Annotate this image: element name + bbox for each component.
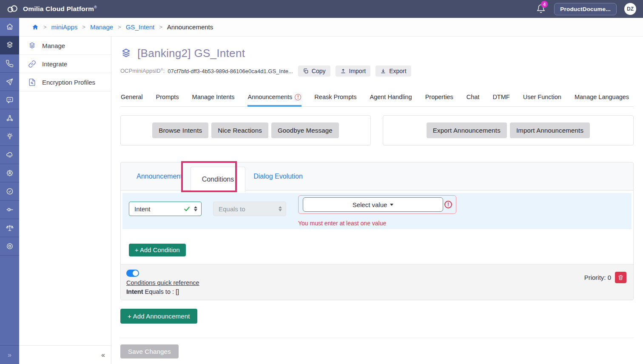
copy-button[interactable]: Copy xyxy=(298,65,330,77)
tab-reask-prompts[interactable]: Reask Prompts xyxy=(314,91,357,107)
condition-value-group: Select value ! xyxy=(298,195,456,214)
page-title: [Banking2] GS_Intent xyxy=(137,47,245,60)
browse-intents-button[interactable]: Browse Intents xyxy=(152,122,208,138)
select-spinner-icon xyxy=(194,206,197,211)
subtab-conditions[interactable]: Conditions xyxy=(191,167,246,192)
breadcrumb-separator: > xyxy=(159,24,162,30)
breadcrumb-current: Announcements xyxy=(167,23,213,31)
condition-field-select[interactable]: Intent xyxy=(129,202,202,216)
brand: Omilia Cloud Platform® xyxy=(6,4,97,14)
quick-reference-toggle[interactable] xyxy=(126,270,139,277)
secondary-sidebar: Manage Integrate Encryption Profiles « xyxy=(19,37,111,364)
tab-properties[interactable]: Properties xyxy=(425,91,454,107)
tab-manage-languages[interactable]: Manage Languages xyxy=(574,91,629,107)
priority-label: Priority: 0 xyxy=(584,272,611,283)
rail-home-icon[interactable] xyxy=(0,18,19,36)
sidebar-item-label: Integrate xyxy=(42,60,67,68)
tab-dtmf[interactable]: DTMF xyxy=(492,91,510,107)
add-announcement-button[interactable]: + Add Announcement xyxy=(120,309,197,324)
add-condition-button[interactable]: + Add Condition xyxy=(129,244,186,256)
tab-general[interactable]: General xyxy=(120,91,143,107)
registered-mark: ® xyxy=(94,5,97,9)
trash-icon xyxy=(617,274,624,281)
icon-rail: » xyxy=(0,18,19,364)
rail-send-icon[interactable] xyxy=(0,73,19,91)
announcement-panel: Announcement Conditions Dialog Evolution… xyxy=(120,162,634,300)
condition-row: Intent Equals to xyxy=(122,193,632,229)
divider xyxy=(120,338,634,338)
condition-summary-text: Intent Equals to : [] xyxy=(126,288,199,295)
notifications-bell-icon[interactable]: 4 xyxy=(536,4,546,14)
tab-agent-handling[interactable]: Agent Handling xyxy=(369,91,412,107)
breadcrumb-separator: > xyxy=(43,24,47,30)
conditions-quick-reference-link[interactable]: Conditions quick reference xyxy=(126,279,199,286)
condition-operator-select[interactable]: Equals to xyxy=(213,202,286,216)
subtab-bar: Announcement Conditions Dialog Evolution xyxy=(121,162,633,191)
rail-layers-icon[interactable] xyxy=(0,36,19,54)
sidebar-item-manage[interactable]: Manage xyxy=(19,37,111,55)
import-announcements-button[interactable]: Import Announcements xyxy=(510,122,590,138)
nice-reactions-button[interactable]: Nice Reactions xyxy=(211,122,268,138)
sidebar-collapse-chevrons[interactable]: « xyxy=(19,345,111,364)
select-spinner-icon xyxy=(279,206,282,211)
announcements-io-card: Export Announcements Import Announcement… xyxy=(383,115,634,145)
breadcrumb-home-icon[interactable] xyxy=(32,24,39,31)
select-value-dropdown[interactable]: Select value xyxy=(303,197,443,212)
link-icon xyxy=(28,60,36,68)
brand-name: Omilia Cloud Platform® xyxy=(23,5,97,13)
delete-announcement-button[interactable] xyxy=(615,272,626,283)
encryption-file-icon xyxy=(28,78,36,86)
breadcrumb-separator: > xyxy=(82,24,85,30)
omilia-logo-icon xyxy=(6,4,19,14)
rail-cloud-icon[interactable] xyxy=(0,146,19,164)
valid-check-icon xyxy=(183,205,191,213)
sidebar-item-label: Manage xyxy=(42,42,65,49)
export-announcements-button[interactable]: Export Announcements xyxy=(427,122,507,138)
subtab-dialog-evolution[interactable]: Dialog Evolution xyxy=(248,173,308,180)
sidebar-item-encryption-profiles[interactable]: Encryption Profiles xyxy=(19,73,111,91)
rail-scales-icon[interactable] xyxy=(0,219,19,237)
tab-error-indicator-icon: ! xyxy=(295,94,301,100)
rail-chat-icon[interactable] xyxy=(0,91,19,109)
rail-gear-user-icon[interactable] xyxy=(0,164,19,182)
tab-announcements-label: Announcements xyxy=(248,94,293,100)
miniapp-id-label: OCPminiAppsID®: xyxy=(120,68,165,74)
subtab-announcement[interactable]: Announcement xyxy=(131,173,188,180)
download-icon xyxy=(380,68,386,74)
main-content: [Banking2] GS_Intent OCPminiAppsID®: 07c… xyxy=(111,37,643,364)
tab-announcements[interactable]: Announcements ! xyxy=(248,91,302,107)
export-button[interactable]: Export xyxy=(376,65,411,77)
rail-target-icon[interactable] xyxy=(0,237,19,256)
rail-expand-chevrons[interactable]: » xyxy=(0,345,19,364)
goodbye-message-button[interactable]: Goodbye Message xyxy=(271,122,339,138)
notification-count-badge: 4 xyxy=(541,1,548,8)
miniapp-id-value: 07cf7bfd-dff3-4b53-989d-86106e0ca4d1.GS_… xyxy=(168,68,293,74)
tab-user-function[interactable]: User Function xyxy=(523,91,562,107)
tab-prompts[interactable]: Prompts xyxy=(156,91,179,107)
breadcrumb-gs-intent-link[interactable]: GS_Intent xyxy=(126,23,155,31)
condition-summary-bar: Conditions quick reference Intent Equals… xyxy=(121,264,633,300)
rail-badge-check-icon[interactable] xyxy=(0,182,19,201)
breadcrumb-manage-link[interactable]: Manage xyxy=(90,23,113,31)
import-button[interactable]: Import xyxy=(336,65,371,77)
org-switcher-button[interactable]: ProductDocume... xyxy=(554,3,617,15)
rail-phone-icon[interactable] xyxy=(0,54,19,73)
toggle-knob xyxy=(133,270,138,276)
rail-bulb-icon[interactable] xyxy=(0,128,19,146)
layers-icon xyxy=(28,42,36,50)
breadcrumb-miniapps-link[interactable]: miniApps xyxy=(51,23,78,31)
upload-icon xyxy=(340,68,346,74)
tab-manage-intents[interactable]: Manage Intents xyxy=(192,91,235,107)
rail-plug-icon[interactable] xyxy=(0,201,19,219)
rail-network-icon[interactable] xyxy=(0,109,19,128)
intents-card: Browse Intents Nice Reactions Goodbye Me… xyxy=(120,115,371,145)
sidebar-item-integrate[interactable]: Integrate xyxy=(19,55,111,73)
save-changes-button[interactable]: Save Changes xyxy=(120,344,179,358)
condition-operator-value: Equals to xyxy=(219,205,275,213)
user-avatar[interactable]: DZ xyxy=(624,3,636,15)
error-icon: ! xyxy=(444,201,452,208)
breadcrumb-separator: > xyxy=(118,24,121,30)
breadcrumb: > miniApps > Manage > GS_Intent > Announ… xyxy=(19,18,643,37)
tab-chat[interactable]: Chat xyxy=(466,91,480,107)
caret-down-icon xyxy=(390,204,393,206)
